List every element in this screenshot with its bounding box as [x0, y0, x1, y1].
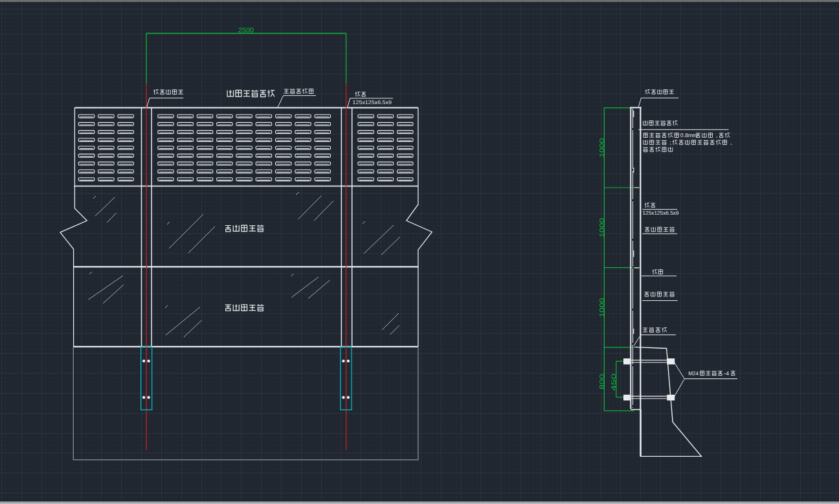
svg-text:0.8mm: 0.8mm: [680, 132, 697, 138]
svg-text:1000: 1000: [599, 298, 606, 318]
svg-text:1000: 1000: [599, 217, 606, 237]
svg-text:1000: 1000: [599, 138, 606, 158]
svg-text:-4: -4: [724, 370, 729, 377]
svg-text:2500: 2500: [238, 27, 254, 34]
svg-text:M24: M24: [688, 370, 699, 377]
svg-text:125x125x6.5x9: 125x125x6.5x9: [353, 99, 392, 105]
svg-text:450: 450: [610, 373, 618, 391]
svg-text:125x125x6.5x9: 125x125x6.5x9: [643, 210, 679, 216]
svg-text:800: 800: [599, 373, 606, 389]
